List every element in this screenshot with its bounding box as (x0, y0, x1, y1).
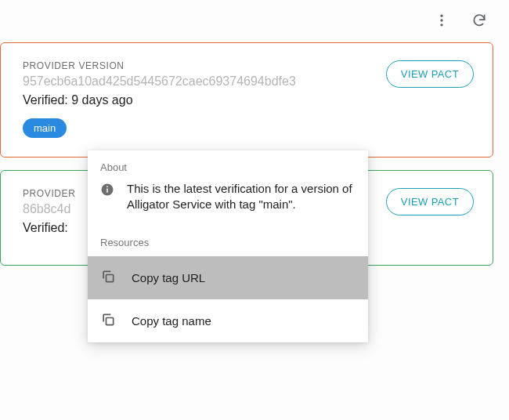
resources-header: Resources (88, 226, 368, 256)
verification-card: PROVIDER VERSION 957ecb6a10ad425d5445672… (0, 42, 493, 158)
svg-rect-5 (106, 186, 108, 188)
svg-rect-7 (106, 317, 114, 324)
info-icon (100, 183, 114, 200)
svg-point-1 (440, 19, 442, 21)
copy-icon (100, 312, 116, 330)
copy-tag-name[interactable]: Copy tag name (88, 299, 368, 342)
refresh-icon[interactable] (471, 13, 487, 28)
tag-popover: About This is the latest verification fo… (88, 150, 368, 342)
verified-line: Verified: 9 days ago (23, 93, 386, 107)
svg-rect-4 (106, 189, 108, 193)
menu-item-label: Copy tag name (132, 314, 211, 328)
about-header: About (88, 150, 368, 181)
copy-icon (100, 269, 116, 287)
provider-version-label: PROVIDER VERSION (23, 60, 386, 71)
svg-point-2 (440, 24, 442, 26)
provider-version-hash: 957ecb6a10ad425d5445672caec69374694bdfe3 (23, 74, 386, 89)
svg-point-0 (440, 15, 442, 17)
view-pact-button[interactable]: VIEW PACT (386, 188, 474, 215)
menu-item-label: Copy tag URL (132, 271, 205, 284)
about-text: This is the latest verification for a ve… (127, 181, 356, 213)
tag-chip-main[interactable]: main (23, 118, 67, 138)
more-vert-icon[interactable] (434, 13, 449, 28)
copy-tag-url[interactable]: Copy tag URL (88, 256, 368, 299)
svg-rect-6 (106, 274, 114, 281)
view-pact-button[interactable]: VIEW PACT (386, 60, 474, 88)
